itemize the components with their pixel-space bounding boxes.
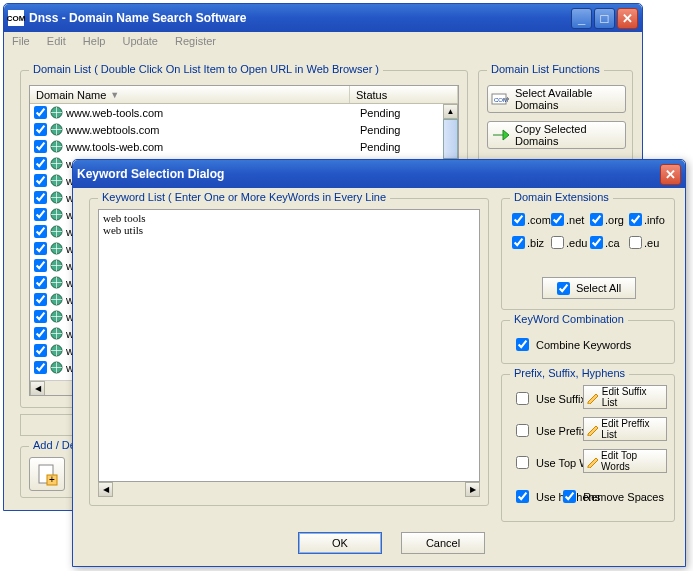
com-icon: COM (491, 89, 511, 109)
domain-name-cell: www.webtools.com (66, 124, 360, 136)
globe-icon (49, 123, 63, 137)
dialog-close-button[interactable]: ✕ (660, 164, 681, 185)
combination-group: KeyWord Combination Combine Keywords (501, 320, 675, 364)
globe-icon (49, 344, 63, 358)
extension-checkbox-edu[interactable]: .edu (551, 236, 590, 249)
svg-text:COM: COM (494, 97, 508, 103)
keyword-label: Keyword List ( Enter One or More KeyWord… (98, 191, 390, 203)
prefix-label: Prefix, Suffix, Hyphens (510, 367, 629, 379)
table-row[interactable]: www.tools-web.comPending (30, 138, 458, 155)
globe-icon (49, 106, 63, 120)
keyword-dialog: Keyword Selection Dialog ✕ Keyword List … (72, 159, 686, 567)
row-checkbox[interactable] (34, 327, 47, 340)
combination-label: KeyWord Combination (510, 313, 628, 325)
menu-update[interactable]: Update (123, 35, 158, 47)
row-checkbox[interactable] (34, 293, 47, 306)
app-icon: COM (8, 10, 24, 26)
scroll-thumb[interactable] (443, 119, 458, 159)
row-checkbox[interactable] (34, 208, 47, 221)
status-cell: Pending (360, 141, 454, 153)
globe-icon (49, 157, 63, 171)
globe-icon (49, 259, 63, 273)
edit-prefix-button[interactable]: Edit Preffix List (583, 417, 667, 441)
globe-icon (49, 208, 63, 222)
menu-help[interactable]: Help (83, 35, 106, 47)
use-suffixes-checkbox[interactable] (516, 392, 529, 405)
row-checkbox[interactable] (34, 310, 47, 323)
keyword-list-group: Keyword List ( Enter One or More KeyWord… (89, 198, 489, 506)
globe-icon (49, 327, 63, 341)
extension-checkbox-eu[interactable]: .eu (629, 236, 668, 249)
row-checkbox[interactable] (34, 344, 47, 357)
edit-topwords-button[interactable]: Edit Top Words (583, 449, 667, 473)
globe-icon (49, 310, 63, 324)
globe-icon (49, 242, 63, 256)
globe-icon (49, 174, 63, 188)
close-button[interactable]: ✕ (617, 8, 638, 29)
main-titlebar[interactable]: COM Dnss - Domain Name Search Software _… (4, 4, 642, 32)
remove-spaces-checkbox[interactable] (563, 490, 576, 503)
functions-label: Domain List Functions (487, 63, 604, 75)
extension-checkbox-com[interactable]: .com (512, 213, 551, 226)
globe-icon (49, 276, 63, 290)
globe-icon (49, 191, 63, 205)
add-page-icon: + (35, 462, 59, 486)
column-status[interactable]: Status (350, 86, 458, 103)
use-topwords-checkbox[interactable] (516, 456, 529, 469)
extension-checkbox-ca[interactable]: .ca (590, 236, 629, 249)
arrow-right-icon (491, 125, 511, 145)
cancel-button[interactable]: Cancel (401, 532, 485, 554)
use-prefixes-checkbox[interactable] (516, 424, 529, 437)
row-checkbox[interactable] (34, 140, 47, 153)
sort-indicator-icon: ▼ (110, 90, 119, 100)
extension-checkbox-net[interactable]: .net (551, 213, 590, 226)
scroll-right-icon[interactable]: ▶ (465, 482, 480, 497)
select-all-checkbox[interactable] (557, 282, 570, 295)
copy-selected-button[interactable]: Copy Selected Domains (487, 121, 626, 149)
row-checkbox[interactable] (34, 242, 47, 255)
scroll-up-icon[interactable]: ▲ (443, 104, 458, 119)
row-checkbox[interactable] (34, 361, 47, 374)
column-domain-name[interactable]: Domain Name▼ (30, 86, 350, 103)
pencil-icon (586, 454, 599, 468)
ok-button[interactable]: OK (298, 532, 382, 554)
svg-text:+: + (49, 474, 55, 485)
combine-keywords-checkbox[interactable]: Combine Keywords (512, 335, 631, 354)
menu-file[interactable]: File (12, 35, 30, 47)
table-row[interactable]: www.webtools.comPending (30, 121, 458, 138)
extension-checkbox-org[interactable]: .org (590, 213, 629, 226)
row-checkbox[interactable] (34, 123, 47, 136)
use-hyphens-checkbox[interactable] (516, 490, 529, 503)
minimize-button[interactable]: _ (571, 8, 592, 29)
pencil-icon (586, 422, 599, 436)
dialog-title: Keyword Selection Dialog (77, 167, 224, 181)
row-checkbox[interactable] (34, 157, 47, 170)
add-button[interactable]: + (29, 457, 65, 491)
row-checkbox[interactable] (34, 191, 47, 204)
globe-icon (49, 361, 63, 375)
maximize-button[interactable]: □ (594, 8, 615, 29)
select-all-button[interactable]: Select All (542, 277, 636, 299)
row-checkbox[interactable] (34, 276, 47, 289)
edit-suffix-button[interactable]: Edit Suffix List (583, 385, 667, 409)
menu-register[interactable]: Register (175, 35, 216, 47)
row-checkbox[interactable] (34, 259, 47, 272)
domain-name-cell: www.web-tools.com (66, 107, 360, 119)
main-title: Dnss - Domain Name Search Software (29, 11, 246, 25)
row-checkbox[interactable] (34, 225, 47, 238)
keyword-textarea[interactable]: web tools web utils (98, 209, 480, 482)
extension-checkbox-biz[interactable]: .biz (512, 236, 551, 249)
extension-checkbox-info[interactable]: .info (629, 213, 668, 226)
table-row[interactable]: www.web-tools.comPending (30, 104, 458, 121)
textarea-hscrollbar[interactable]: ◀ ▶ (98, 482, 480, 497)
scroll-left-icon[interactable]: ◀ (30, 381, 45, 396)
globe-icon (49, 225, 63, 239)
row-checkbox[interactable] (34, 174, 47, 187)
select-available-button[interactable]: COM Select Available Domains (487, 85, 626, 113)
row-checkbox[interactable] (34, 106, 47, 119)
scroll-left-icon[interactable]: ◀ (98, 482, 113, 497)
pencil-icon (586, 390, 600, 404)
menu-edit[interactable]: Edit (47, 35, 66, 47)
domain-list-label: Domain List ( Double Click On List Item … (29, 63, 383, 75)
dialog-titlebar[interactable]: Keyword Selection Dialog ✕ (73, 160, 685, 188)
